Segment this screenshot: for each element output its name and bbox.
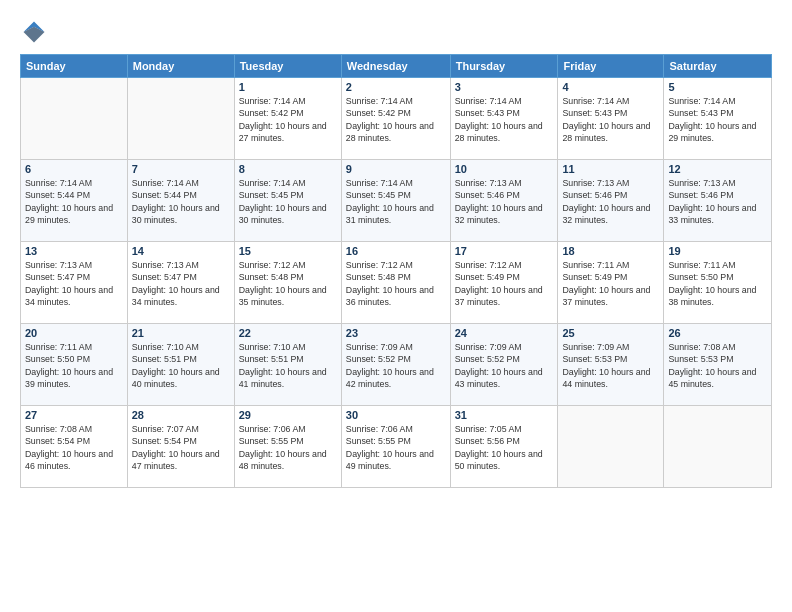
calendar-cell: 16Sunrise: 7:12 AM Sunset: 5:48 PM Dayli… <box>341 242 450 324</box>
day-info: Sunrise: 7:14 AM Sunset: 5:45 PM Dayligh… <box>239 177 337 226</box>
calendar-cell: 25Sunrise: 7:09 AM Sunset: 5:53 PM Dayli… <box>558 324 664 406</box>
day-info: Sunrise: 7:12 AM Sunset: 5:48 PM Dayligh… <box>239 259 337 308</box>
calendar-cell: 4Sunrise: 7:14 AM Sunset: 5:43 PM Daylig… <box>558 78 664 160</box>
day-number: 25 <box>562 327 659 339</box>
day-number: 19 <box>668 245 767 257</box>
day-number: 4 <box>562 81 659 93</box>
calendar-cell: 1Sunrise: 7:14 AM Sunset: 5:42 PM Daylig… <box>234 78 341 160</box>
weekday-header: Friday <box>558 55 664 78</box>
day-info: Sunrise: 7:13 AM Sunset: 5:47 PM Dayligh… <box>25 259 123 308</box>
day-number: 31 <box>455 409 554 421</box>
day-number: 6 <box>25 163 123 175</box>
day-number: 10 <box>455 163 554 175</box>
calendar-cell: 31Sunrise: 7:05 AM Sunset: 5:56 PM Dayli… <box>450 406 558 488</box>
day-number: 29 <box>239 409 337 421</box>
page: SundayMondayTuesdayWednesdayThursdayFrid… <box>0 0 792 612</box>
day-info: Sunrise: 7:11 AM Sunset: 5:50 PM Dayligh… <box>668 259 767 308</box>
calendar-cell <box>558 406 664 488</box>
calendar-cell: 14Sunrise: 7:13 AM Sunset: 5:47 PM Dayli… <box>127 242 234 324</box>
day-info: Sunrise: 7:14 AM Sunset: 5:44 PM Dayligh… <box>132 177 230 226</box>
day-number: 30 <box>346 409 446 421</box>
day-number: 24 <box>455 327 554 339</box>
calendar-cell <box>127 78 234 160</box>
calendar-cell: 23Sunrise: 7:09 AM Sunset: 5:52 PM Dayli… <box>341 324 450 406</box>
day-info: Sunrise: 7:08 AM Sunset: 5:53 PM Dayligh… <box>668 341 767 390</box>
day-info: Sunrise: 7:06 AM Sunset: 5:55 PM Dayligh… <box>239 423 337 472</box>
day-info: Sunrise: 7:10 AM Sunset: 5:51 PM Dayligh… <box>239 341 337 390</box>
calendar-cell <box>21 78 128 160</box>
calendar-cell: 22Sunrise: 7:10 AM Sunset: 5:51 PM Dayli… <box>234 324 341 406</box>
day-number: 20 <box>25 327 123 339</box>
calendar-cell: 30Sunrise: 7:06 AM Sunset: 5:55 PM Dayli… <box>341 406 450 488</box>
day-number: 9 <box>346 163 446 175</box>
logo <box>20 18 52 46</box>
day-number: 3 <box>455 81 554 93</box>
day-info: Sunrise: 7:14 AM Sunset: 5:44 PM Dayligh… <box>25 177 123 226</box>
day-info: Sunrise: 7:14 AM Sunset: 5:43 PM Dayligh… <box>668 95 767 144</box>
day-number: 13 <box>25 245 123 257</box>
day-info: Sunrise: 7:14 AM Sunset: 5:42 PM Dayligh… <box>346 95 446 144</box>
day-info: Sunrise: 7:13 AM Sunset: 5:46 PM Dayligh… <box>455 177 554 226</box>
calendar-cell: 15Sunrise: 7:12 AM Sunset: 5:48 PM Dayli… <box>234 242 341 324</box>
calendar-cell: 5Sunrise: 7:14 AM Sunset: 5:43 PM Daylig… <box>664 78 772 160</box>
weekday-header: Saturday <box>664 55 772 78</box>
day-info: Sunrise: 7:14 AM Sunset: 5:45 PM Dayligh… <box>346 177 446 226</box>
day-info: Sunrise: 7:14 AM Sunset: 5:43 PM Dayligh… <box>562 95 659 144</box>
day-info: Sunrise: 7:09 AM Sunset: 5:52 PM Dayligh… <box>346 341 446 390</box>
day-number: 23 <box>346 327 446 339</box>
calendar-cell: 20Sunrise: 7:11 AM Sunset: 5:50 PM Dayli… <box>21 324 128 406</box>
weekday-header: Thursday <box>450 55 558 78</box>
day-info: Sunrise: 7:12 AM Sunset: 5:48 PM Dayligh… <box>346 259 446 308</box>
calendar-week-row: 1Sunrise: 7:14 AM Sunset: 5:42 PM Daylig… <box>21 78 772 160</box>
calendar-cell: 7Sunrise: 7:14 AM Sunset: 5:44 PM Daylig… <box>127 160 234 242</box>
calendar-cell: 13Sunrise: 7:13 AM Sunset: 5:47 PM Dayli… <box>21 242 128 324</box>
day-number: 28 <box>132 409 230 421</box>
day-number: 2 <box>346 81 446 93</box>
day-number: 27 <box>25 409 123 421</box>
day-number: 22 <box>239 327 337 339</box>
calendar-cell: 9Sunrise: 7:14 AM Sunset: 5:45 PM Daylig… <box>341 160 450 242</box>
day-info: Sunrise: 7:12 AM Sunset: 5:49 PM Dayligh… <box>455 259 554 308</box>
day-info: Sunrise: 7:10 AM Sunset: 5:51 PM Dayligh… <box>132 341 230 390</box>
day-number: 8 <box>239 163 337 175</box>
weekday-header: Tuesday <box>234 55 341 78</box>
calendar-cell: 12Sunrise: 7:13 AM Sunset: 5:46 PM Dayli… <box>664 160 772 242</box>
calendar-cell: 21Sunrise: 7:10 AM Sunset: 5:51 PM Dayli… <box>127 324 234 406</box>
calendar-cell: 18Sunrise: 7:11 AM Sunset: 5:49 PM Dayli… <box>558 242 664 324</box>
calendar-week-row: 6Sunrise: 7:14 AM Sunset: 5:44 PM Daylig… <box>21 160 772 242</box>
calendar-table: SundayMondayTuesdayWednesdayThursdayFrid… <box>20 54 772 488</box>
calendar-week-row: 27Sunrise: 7:08 AM Sunset: 5:54 PM Dayli… <box>21 406 772 488</box>
calendar-cell: 2Sunrise: 7:14 AM Sunset: 5:42 PM Daylig… <box>341 78 450 160</box>
calendar-cell: 3Sunrise: 7:14 AM Sunset: 5:43 PM Daylig… <box>450 78 558 160</box>
calendar-cell: 11Sunrise: 7:13 AM Sunset: 5:46 PM Dayli… <box>558 160 664 242</box>
day-number: 14 <box>132 245 230 257</box>
day-number: 7 <box>132 163 230 175</box>
day-info: Sunrise: 7:07 AM Sunset: 5:54 PM Dayligh… <box>132 423 230 472</box>
header <box>20 18 772 46</box>
day-number: 1 <box>239 81 337 93</box>
calendar-cell: 8Sunrise: 7:14 AM Sunset: 5:45 PM Daylig… <box>234 160 341 242</box>
calendar-cell: 24Sunrise: 7:09 AM Sunset: 5:52 PM Dayli… <box>450 324 558 406</box>
calendar-cell: 17Sunrise: 7:12 AM Sunset: 5:49 PM Dayli… <box>450 242 558 324</box>
calendar-cell: 6Sunrise: 7:14 AM Sunset: 5:44 PM Daylig… <box>21 160 128 242</box>
day-info: Sunrise: 7:06 AM Sunset: 5:55 PM Dayligh… <box>346 423 446 472</box>
weekday-header: Sunday <box>21 55 128 78</box>
calendar-cell: 27Sunrise: 7:08 AM Sunset: 5:54 PM Dayli… <box>21 406 128 488</box>
day-info: Sunrise: 7:11 AM Sunset: 5:50 PM Dayligh… <box>25 341 123 390</box>
day-info: Sunrise: 7:14 AM Sunset: 5:43 PM Dayligh… <box>455 95 554 144</box>
calendar-cell <box>664 406 772 488</box>
day-number: 26 <box>668 327 767 339</box>
day-number: 12 <box>668 163 767 175</box>
calendar-week-row: 20Sunrise: 7:11 AM Sunset: 5:50 PM Dayli… <box>21 324 772 406</box>
day-info: Sunrise: 7:13 AM Sunset: 5:47 PM Dayligh… <box>132 259 230 308</box>
calendar-cell: 10Sunrise: 7:13 AM Sunset: 5:46 PM Dayli… <box>450 160 558 242</box>
day-info: Sunrise: 7:13 AM Sunset: 5:46 PM Dayligh… <box>562 177 659 226</box>
logo-icon <box>20 18 48 46</box>
day-info: Sunrise: 7:11 AM Sunset: 5:49 PM Dayligh… <box>562 259 659 308</box>
calendar-week-row: 13Sunrise: 7:13 AM Sunset: 5:47 PM Dayli… <box>21 242 772 324</box>
calendar-cell: 19Sunrise: 7:11 AM Sunset: 5:50 PM Dayli… <box>664 242 772 324</box>
day-info: Sunrise: 7:09 AM Sunset: 5:53 PM Dayligh… <box>562 341 659 390</box>
day-info: Sunrise: 7:14 AM Sunset: 5:42 PM Dayligh… <box>239 95 337 144</box>
calendar-header-row: SundayMondayTuesdayWednesdayThursdayFrid… <box>21 55 772 78</box>
day-number: 17 <box>455 245 554 257</box>
